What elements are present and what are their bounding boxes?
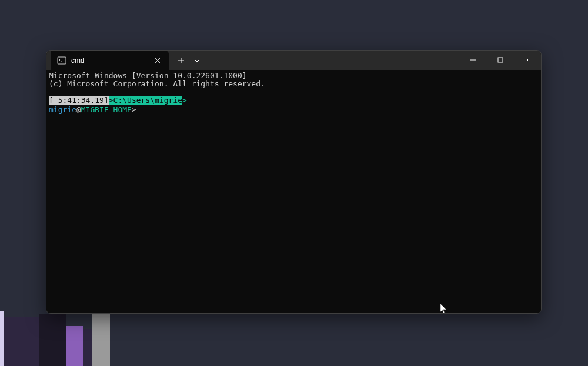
minimize-button[interactable] [460,51,487,69]
bg-pixel [83,329,92,366]
bg-pixel [39,314,66,366]
prompt-line-2: migrie@MIGRIE-HOME> [49,105,539,113]
terminal-output[interactable]: Microsoft Windows [Version 10.0.22601.10… [46,70,541,313]
cmd-icon [57,56,66,65]
at-segment: @ [76,105,81,114]
svg-rect-7 [498,58,503,62]
mouse-cursor-icon [440,304,447,314]
new-tab-button[interactable] [172,52,190,69]
bg-pixel [4,317,39,366]
output-line: Microsoft Windows [Version 10.0.22601.10… [49,72,539,80]
path-segment: >C:\Users\migrie [109,96,182,105]
titlebar[interactable]: cmd [46,51,541,70]
time-segment: [ 5:41:34.19] [49,96,109,105]
text-cursor [136,105,141,112]
maximize-button[interactable] [487,51,514,69]
prompt-suffix: > [132,105,136,114]
output-line: (c) Microsoft Corporation. All rights re… [49,80,539,88]
tab-title: cmd [71,56,148,65]
terminal-window: cmd [46,50,542,314]
prompt-suffix: > [182,96,187,105]
user-segment: migrie [49,105,76,114]
bg-pixel [92,314,110,366]
tab-dropdown-button[interactable] [190,52,204,69]
close-button[interactable] [514,51,541,69]
prompt-line-1: [ 5:41:34.19]>C:\Users\migrie> [49,96,539,105]
blank-line [49,88,539,96]
terminal-tab[interactable]: cmd [51,51,169,70]
svg-rect-0 [58,57,66,64]
tab-close-button[interactable] [152,55,163,66]
window-controls [460,51,541,69]
bg-pixel [66,326,83,366]
bg-pixel [0,311,4,366]
host-segment: MIGRIE-HOME [81,105,132,114]
